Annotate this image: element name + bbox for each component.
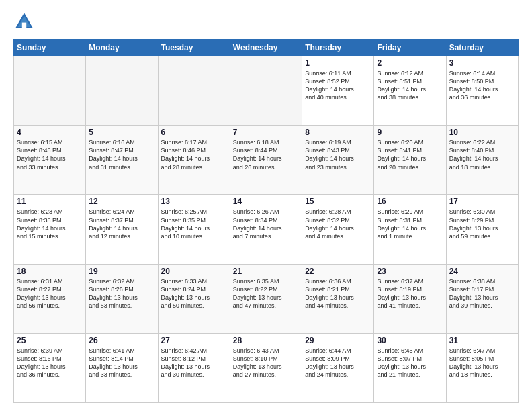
daylight-info: Sunrise: 6:22 AM Sunset: 8:40 PM Dayligh… <box>449 138 515 171</box>
calendar-week-3: 11Sunrise: 6:23 AM Sunset: 8:38 PM Dayli… <box>14 195 519 264</box>
calendar-cell: 11Sunrise: 6:23 AM Sunset: 8:38 PM Dayli… <box>14 195 86 264</box>
day-number: 10 <box>449 128 515 137</box>
daylight-info: Sunrise: 6:45 AM Sunset: 8:07 PM Dayligh… <box>377 347 443 379</box>
daylight-info: Sunrise: 6:12 AM Sunset: 8:51 PM Dayligh… <box>377 69 443 102</box>
daylight-info: Sunrise: 6:43 AM Sunset: 8:10 PM Dayligh… <box>233 347 299 379</box>
calendar-header-row: SundayMondayTuesdayWednesdayThursdayFrid… <box>14 40 519 56</box>
weekday-header-saturday: Saturday <box>446 40 518 56</box>
day-number: 13 <box>161 197 227 206</box>
calendar-cell: 28Sunrise: 6:43 AM Sunset: 8:10 PM Dayli… <box>230 333 302 402</box>
day-number: 15 <box>305 197 371 206</box>
day-number: 1 <box>305 58 371 68</box>
calendar-cell: 7Sunrise: 6:18 AM Sunset: 8:44 PM Daylig… <box>230 126 302 195</box>
calendar-week-4: 18Sunrise: 6:31 AM Sunset: 8:27 PM Dayli… <box>14 264 519 333</box>
logo-icon <box>13 11 35 32</box>
calendar-cell: 8Sunrise: 6:19 AM Sunset: 8:43 PM Daylig… <box>302 126 374 195</box>
day-number: 31 <box>449 336 515 345</box>
daylight-info: Sunrise: 6:33 AM Sunset: 8:24 PM Dayligh… <box>161 277 227 310</box>
calendar-cell: 3Sunrise: 6:14 AM Sunset: 8:50 PM Daylig… <box>446 56 518 126</box>
calendar-cell: 29Sunrise: 6:44 AM Sunset: 8:09 PM Dayli… <box>302 333 374 402</box>
calendar-cell: 14Sunrise: 6:26 AM Sunset: 8:34 PM Dayli… <box>230 195 302 264</box>
daylight-info: Sunrise: 6:36 AM Sunset: 8:21 PM Dayligh… <box>305 277 371 310</box>
day-number: 26 <box>89 336 154 345</box>
weekday-header-friday: Friday <box>374 40 446 56</box>
calendar-cell: 5Sunrise: 6:16 AM Sunset: 8:47 PM Daylig… <box>86 126 158 195</box>
day-number: 11 <box>17 197 83 206</box>
calendar-cell: 26Sunrise: 6:41 AM Sunset: 8:14 PM Dayli… <box>86 333 158 402</box>
day-number: 29 <box>305 336 371 345</box>
weekday-header-wednesday: Wednesday <box>230 40 302 56</box>
calendar-cell: 12Sunrise: 6:24 AM Sunset: 8:37 PM Dayli… <box>86 195 158 264</box>
day-number: 21 <box>233 267 299 276</box>
weekday-header-monday: Monday <box>86 40 158 56</box>
daylight-info: Sunrise: 6:37 AM Sunset: 8:19 PM Dayligh… <box>377 277 443 310</box>
day-number: 17 <box>449 197 515 206</box>
day-number: 16 <box>377 197 443 206</box>
calendar-cell: 9Sunrise: 6:20 AM Sunset: 8:41 PM Daylig… <box>374 126 446 195</box>
logo <box>13 11 38 32</box>
daylight-info: Sunrise: 6:15 AM Sunset: 8:48 PM Dayligh… <box>17 138 83 171</box>
daylight-info: Sunrise: 6:17 AM Sunset: 8:46 PM Dayligh… <box>161 138 227 171</box>
day-number: 22 <box>305 267 371 276</box>
day-number: 9 <box>377 128 443 137</box>
day-number: 19 <box>89 267 154 276</box>
day-number: 14 <box>233 197 299 206</box>
daylight-info: Sunrise: 6:23 AM Sunset: 8:38 PM Dayligh… <box>17 208 83 240</box>
calendar-week-5: 25Sunrise: 6:39 AM Sunset: 8:16 PM Dayli… <box>14 333 519 402</box>
daylight-info: Sunrise: 6:41 AM Sunset: 8:14 PM Dayligh… <box>89 347 154 379</box>
calendar-cell: 4Sunrise: 6:15 AM Sunset: 8:48 PM Daylig… <box>14 126 86 195</box>
day-number: 24 <box>449 267 515 276</box>
calendar-cell: 31Sunrise: 6:47 AM Sunset: 8:05 PM Dayli… <box>446 333 518 402</box>
day-number: 8 <box>305 128 371 137</box>
calendar-cell: 21Sunrise: 6:35 AM Sunset: 8:22 PM Dayli… <box>230 264 302 333</box>
daylight-info: Sunrise: 6:29 AM Sunset: 8:31 PM Dayligh… <box>377 208 443 240</box>
daylight-info: Sunrise: 6:42 AM Sunset: 8:12 PM Dayligh… <box>161 347 227 379</box>
day-number: 12 <box>89 197 154 206</box>
daylight-info: Sunrise: 6:32 AM Sunset: 8:26 PM Dayligh… <box>89 277 154 310</box>
day-number: 25 <box>17 336 83 345</box>
calendar-cell <box>86 56 158 126</box>
day-number: 4 <box>17 128 83 137</box>
calendar-cell <box>14 56 86 126</box>
daylight-info: Sunrise: 6:19 AM Sunset: 8:43 PM Dayligh… <box>305 138 371 171</box>
calendar-cell: 24Sunrise: 6:38 AM Sunset: 8:17 PM Dayli… <box>446 264 518 333</box>
daylight-info: Sunrise: 6:35 AM Sunset: 8:22 PM Dayligh… <box>233 277 299 310</box>
day-number: 20 <box>161 267 227 276</box>
calendar-cell: 27Sunrise: 6:42 AM Sunset: 8:12 PM Dayli… <box>158 333 230 402</box>
day-number: 28 <box>233 336 299 345</box>
daylight-info: Sunrise: 6:31 AM Sunset: 8:27 PM Dayligh… <box>17 277 83 310</box>
weekday-header-thursday: Thursday <box>302 40 374 56</box>
calendar-cell: 18Sunrise: 6:31 AM Sunset: 8:27 PM Dayli… <box>14 264 86 333</box>
day-number: 30 <box>377 336 443 345</box>
calendar-cell <box>158 56 230 126</box>
daylight-info: Sunrise: 6:39 AM Sunset: 8:16 PM Dayligh… <box>17 347 83 379</box>
calendar-week-1: 1Sunrise: 6:11 AM Sunset: 8:52 PM Daylig… <box>14 56 519 126</box>
day-number: 27 <box>161 336 227 345</box>
daylight-info: Sunrise: 6:25 AM Sunset: 8:35 PM Dayligh… <box>161 208 227 240</box>
calendar-cell: 20Sunrise: 6:33 AM Sunset: 8:24 PM Dayli… <box>158 264 230 333</box>
daylight-info: Sunrise: 6:30 AM Sunset: 8:29 PM Dayligh… <box>449 208 515 240</box>
calendar-cell: 13Sunrise: 6:25 AM Sunset: 8:35 PM Dayli… <box>158 195 230 264</box>
header <box>13 11 519 32</box>
calendar-cell: 10Sunrise: 6:22 AM Sunset: 8:40 PM Dayli… <box>446 126 518 195</box>
calendar-cell: 6Sunrise: 6:17 AM Sunset: 8:46 PM Daylig… <box>158 126 230 195</box>
calendar-cell: 23Sunrise: 6:37 AM Sunset: 8:19 PM Dayli… <box>374 264 446 333</box>
calendar-table: SundayMondayTuesdayWednesdayThursdayFrid… <box>13 39 519 403</box>
weekday-header-sunday: Sunday <box>14 40 86 56</box>
svg-rect-2 <box>22 23 26 28</box>
daylight-info: Sunrise: 6:18 AM Sunset: 8:44 PM Dayligh… <box>233 138 299 171</box>
daylight-info: Sunrise: 6:14 AM Sunset: 8:50 PM Dayligh… <box>449 69 515 102</box>
calendar-cell <box>230 56 302 126</box>
calendar-cell: 17Sunrise: 6:30 AM Sunset: 8:29 PM Dayli… <box>446 195 518 264</box>
calendar-body: 1Sunrise: 6:11 AM Sunset: 8:52 PM Daylig… <box>14 56 519 403</box>
daylight-info: Sunrise: 6:38 AM Sunset: 8:17 PM Dayligh… <box>449 277 515 310</box>
calendar-cell: 1Sunrise: 6:11 AM Sunset: 8:52 PM Daylig… <box>302 56 374 126</box>
daylight-info: Sunrise: 6:24 AM Sunset: 8:37 PM Dayligh… <box>89 208 154 240</box>
daylight-info: Sunrise: 6:28 AM Sunset: 8:32 PM Dayligh… <box>305 208 371 240</box>
calendar-cell: 22Sunrise: 6:36 AM Sunset: 8:21 PM Dayli… <box>302 264 374 333</box>
calendar-week-2: 4Sunrise: 6:15 AM Sunset: 8:48 PM Daylig… <box>14 126 519 195</box>
page: SundayMondayTuesdayWednesdayThursdayFrid… <box>0 0 532 411</box>
daylight-info: Sunrise: 6:44 AM Sunset: 8:09 PM Dayligh… <box>305 347 371 379</box>
daylight-info: Sunrise: 6:16 AM Sunset: 8:47 PM Dayligh… <box>89 138 154 171</box>
calendar-cell: 19Sunrise: 6:32 AM Sunset: 8:26 PM Dayli… <box>86 264 158 333</box>
